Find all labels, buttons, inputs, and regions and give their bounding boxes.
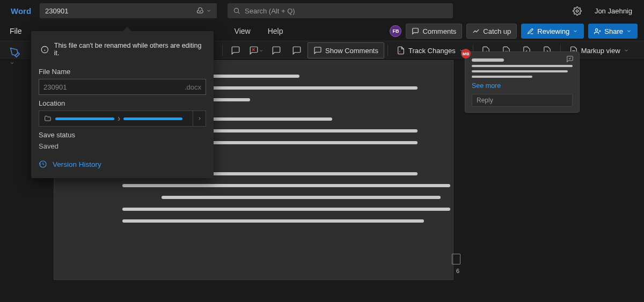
document-title: 230901 xyxy=(45,7,68,15)
folder-icon xyxy=(43,115,52,122)
reviewing-dropdown[interactable]: Reviewing xyxy=(521,24,584,39)
new-comment-button[interactable] xyxy=(226,42,245,58)
track-changes-dropdown[interactable]: Track Changes xyxy=(391,42,470,58)
user-name[interactable]: Jon Jaehnig xyxy=(587,7,640,15)
comment-icon xyxy=(313,46,322,55)
title-bar: Word 230901 Search (Alt + Q) Jon Jaehnig xyxy=(0,0,644,21)
filename-input[interactable]: 230901 .docx xyxy=(39,79,206,95)
info-icon xyxy=(41,46,49,54)
comment-author-name xyxy=(472,58,504,62)
svg-line-1 xyxy=(238,12,240,14)
chevron-down-icon xyxy=(573,28,578,34)
reply-input[interactable]: Reply xyxy=(472,94,573,107)
search-placeholder: Search (Alt + Q) xyxy=(245,7,295,15)
comment-author-avatar: MB xyxy=(461,49,471,58)
search-icon xyxy=(233,7,240,14)
chevron-right-icon xyxy=(197,116,202,121)
share-dropdown[interactable]: Share xyxy=(588,24,638,39)
tab-help[interactable]: Help xyxy=(260,24,291,39)
rename-warning: This file can't be renamed while others … xyxy=(39,39,206,63)
catchup-button[interactable]: Catch up xyxy=(466,24,517,39)
presence-avatar[interactable]: FB xyxy=(390,25,401,37)
comment-card[interactable]: MB See more Reply xyxy=(465,51,580,113)
save-status-value: Saved xyxy=(39,142,206,150)
page-indicator xyxy=(452,254,460,264)
filename-label: File Name xyxy=(39,68,206,76)
svg-point-3 xyxy=(596,28,598,31)
gear-icon xyxy=(573,6,582,16)
edit-icon xyxy=(527,28,534,35)
delete-comment-button[interactable] xyxy=(246,42,266,58)
resolve-comment-button[interactable] xyxy=(566,55,574,63)
catchup-icon xyxy=(472,27,480,35)
search-input[interactable]: Search (Alt + Q) xyxy=(228,3,453,18)
page-number: 6 xyxy=(456,268,459,274)
location-label: Location xyxy=(39,99,206,107)
save-status-icon[interactable] xyxy=(196,7,211,14)
app-name: Word xyxy=(4,6,38,16)
see-more-link[interactable]: See more xyxy=(472,82,573,90)
document-title-dropdown[interactable]: 230901 xyxy=(40,3,217,18)
save-status-label: Save status xyxy=(39,131,206,139)
location-more-button[interactable] xyxy=(193,111,206,126)
comments-button[interactable]: Comments xyxy=(406,24,462,39)
settings-button[interactable] xyxy=(569,3,585,19)
history-icon xyxy=(39,160,47,168)
next-comment-button[interactable] xyxy=(287,42,306,58)
chevron-down-icon xyxy=(624,48,629,53)
show-comments-button[interactable]: Show Comments xyxy=(308,42,384,58)
version-history-link[interactable]: Version History xyxy=(39,160,206,168)
location-picker[interactable]: › xyxy=(39,111,206,127)
svg-point-2 xyxy=(576,10,578,12)
comment-icon xyxy=(412,27,419,35)
prev-comment-button[interactable] xyxy=(267,42,286,58)
svg-point-0 xyxy=(234,8,238,12)
tab-view[interactable]: View xyxy=(227,24,258,39)
filename-popover: This file can't be renamed while others … xyxy=(31,31,214,178)
editor-pen-button[interactable] xyxy=(10,47,20,68)
share-icon xyxy=(594,28,601,35)
track-changes-icon xyxy=(397,46,405,55)
chevron-down-icon xyxy=(626,28,632,34)
tab-file[interactable]: File xyxy=(2,24,30,39)
